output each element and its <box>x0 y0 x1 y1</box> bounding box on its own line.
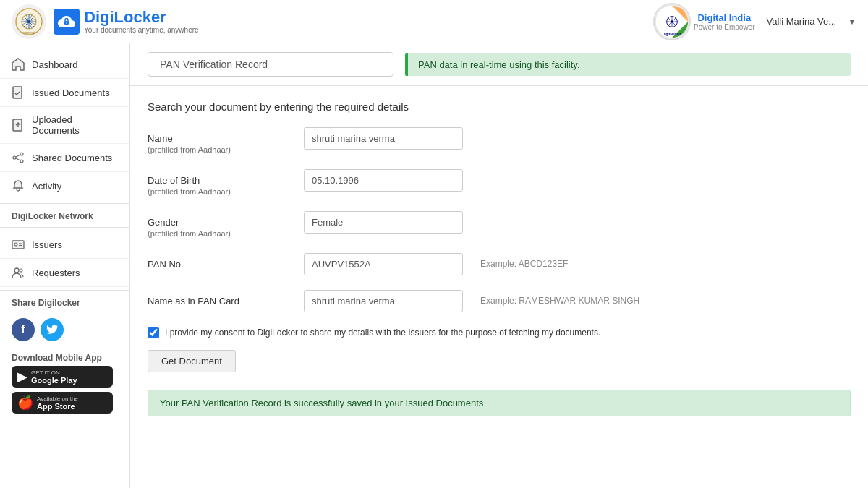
facebook-icon[interactable]: f <box>12 318 35 341</box>
google-play-text: GET IT ON Google Play <box>31 369 77 385</box>
sidebar-uploaded-label: Uploaded Documents <box>32 114 118 136</box>
sidebar-item-requesters[interactable]: Requesters <box>0 259 129 287</box>
sidebar-issued-label: Issued Documents <box>32 87 110 98</box>
svg-rect-23 <box>13 119 22 131</box>
user-dropdown-arrow[interactable]: ▼ <box>848 17 856 27</box>
svg-point-26 <box>20 160 23 163</box>
gender-label: Gender (prefilled from Aadhaar) <box>148 211 292 239</box>
sidebar-item-dashboard[interactable]: Dashboard <box>0 51 129 79</box>
svg-point-24 <box>20 153 23 155</box>
pan-label: PAN No. <box>148 253 292 270</box>
name-row: Name (prefilled from Aadhaar) <box>148 127 851 155</box>
sidebar-item-issuers[interactable]: Issuers <box>0 231 129 259</box>
svg-line-28 <box>16 158 20 160</box>
svg-point-34 <box>20 269 22 272</box>
upload-icon <box>12 119 25 132</box>
digilocker-subtitle: Your documents anytime, anywhere <box>84 26 199 34</box>
bell-icon <box>12 179 25 192</box>
top-area: PAN Verification Record PAN data in real… <box>130 43 868 86</box>
digilocker-title: DigiLocker <box>84 9 199 26</box>
sidebar-item-activity[interactable]: Activity <box>0 172 129 200</box>
gender-input[interactable] <box>304 211 463 234</box>
get-document-button[interactable]: Get Document <box>148 350 236 372</box>
twitter-icon[interactable] <box>41 318 64 341</box>
form-title: Search your document by entering the req… <box>148 100 851 113</box>
sidebar-item-shared[interactable]: Shared Documents <box>0 144 129 172</box>
digital-india-sub: Power to Empower <box>694 23 754 31</box>
dob-input[interactable] <box>304 169 463 192</box>
top-success-banner: PAN data in real-time using this facilit… <box>405 53 851 76</box>
share-digilocker-title: Share Digilocker <box>0 290 129 311</box>
google-play-name: Google Play <box>31 376 77 385</box>
app-store-sub: Available on the <box>37 395 78 402</box>
svg-rect-22 <box>13 87 22 98</box>
sidebar-divider-1 <box>0 227 129 228</box>
consent-checkbox[interactable] <box>148 327 159 338</box>
users-icon <box>12 266 25 279</box>
form-section: Search your document by entering the req… <box>130 86 868 431</box>
svg-point-33 <box>14 268 19 273</box>
pan-name-row: Name as in PAN Card Example: RAMESHWAR K… <box>148 290 851 312</box>
download-app-title: Download Mobile App <box>0 348 129 366</box>
svg-point-25 <box>13 156 16 159</box>
share-icon <box>12 151 25 164</box>
digilocker-network-title: DigiLocker Network <box>0 203 129 224</box>
app-store-name: App Store <box>37 402 78 411</box>
sidebar-item-issued[interactable]: Issued Documents <box>0 79 129 107</box>
svg-point-13 <box>66 22 67 24</box>
header: सत्यमेव जयते DigiLocker Your documents a… <box>0 0 868 43</box>
digital-india-text: Digital India Power to Empower <box>694 12 754 31</box>
sidebar-shared-label: Shared Documents <box>32 153 112 163</box>
svg-line-27 <box>16 155 20 157</box>
dob-label: Date of Birth (prefilled from Aadhaar) <box>148 169 292 197</box>
sidebar-dashboard-label: Dashboard <box>32 59 78 70</box>
google-play-badge[interactable]: ▶ GET IT ON Google Play <box>12 366 113 388</box>
sidebar: Dashboard Issued Documents Uploaded Docu… <box>0 43 130 488</box>
header-right: Digital India Digital India Power to Emp… <box>653 3 856 40</box>
consent-row: I provide my consent to DigiLocker to sh… <box>148 327 851 338</box>
id-card-icon <box>12 238 25 251</box>
consent-text: I provide my consent to DigiLocker to sh… <box>165 328 600 338</box>
header-left: सत्यमेव जयते DigiLocker Your documents a… <box>12 4 199 39</box>
sidebar-requesters-label: Requesters <box>32 267 80 278</box>
digilocker-icon <box>54 9 80 35</box>
app-badges: ▶ GET IT ON Google Play 🍎 Available on t… <box>0 366 129 421</box>
pan-verification-box: PAN Verification Record <box>148 52 393 77</box>
sidebar-item-uploaded[interactable]: Uploaded Documents <box>0 107 129 144</box>
pan-name-input[interactable] <box>304 290 463 312</box>
user-name: Valli Marina Ve... <box>767 16 837 27</box>
pan-name-hint: Example: RAMESHWAR KUMAR SINGH <box>480 290 639 306</box>
svg-rect-29 <box>12 241 24 249</box>
social-icons: f <box>0 311 129 348</box>
home-icon <box>12 58 25 71</box>
digital-india-title: Digital India <box>697 12 751 23</box>
main-content: PAN Verification Record PAN data in real… <box>130 43 868 488</box>
emblem-logo: सत्यमेव जयते <box>12 4 46 39</box>
sidebar-activity-label: Activity <box>32 181 61 192</box>
file-check-icon <box>12 86 25 99</box>
sidebar-issuers-label: Issuers <box>32 239 62 250</box>
digital-india-emblem: Digital India <box>653 3 691 40</box>
svg-text:Digital India: Digital India <box>663 33 682 36</box>
apple-icon: 🍎 <box>17 395 33 411</box>
success-banner-bottom: Your PAN Verification Record is successf… <box>148 390 851 416</box>
google-play-icon: ▶ <box>17 369 27 385</box>
pan-name-label: Name as in PAN Card <box>148 290 292 307</box>
digital-india-logo: Digital India Digital India Power to Emp… <box>653 3 754 40</box>
app-store-badge[interactable]: 🍎 Available on the App Store <box>12 392 113 414</box>
svg-text:सत्यमेव जयते: सत्यमेव जयते <box>22 31 36 35</box>
dob-row: Date of Birth (prefilled from Aadhaar) <box>148 169 851 197</box>
pan-input[interactable] <box>304 253 463 275</box>
pan-row: PAN No. Example: ABCD123EF <box>148 253 851 275</box>
layout: Dashboard Issued Documents Uploaded Docu… <box>0 43 868 488</box>
google-play-sub: GET IT ON <box>31 369 77 376</box>
digilocker-logo: DigiLocker Your documents anytime, anywh… <box>54 9 199 35</box>
name-label: Name (prefilled from Aadhaar) <box>148 127 292 155</box>
pan-hint: Example: ABCD123EF <box>480 253 568 269</box>
app-store-text: Available on the App Store <box>37 395 78 411</box>
gender-row: Gender (prefilled from Aadhaar) <box>148 211 851 239</box>
digilocker-text: DigiLocker Your documents anytime, anywh… <box>84 9 199 34</box>
name-input[interactable] <box>304 127 463 150</box>
